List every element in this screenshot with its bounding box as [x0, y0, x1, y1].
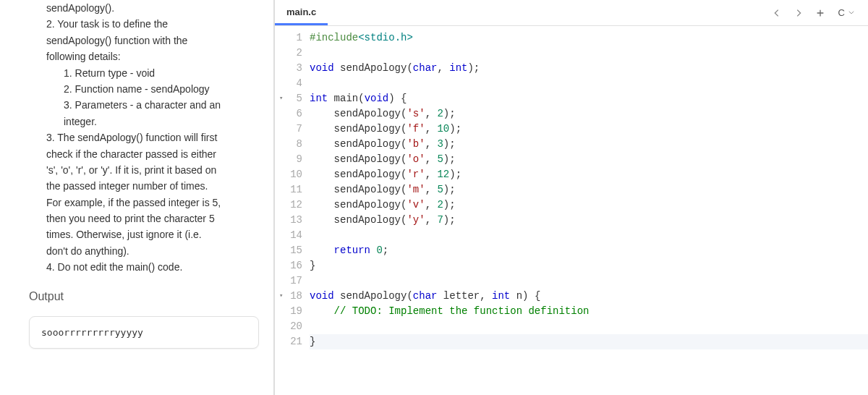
- gutter-line: 6: [275, 106, 302, 122]
- gutter-line: 3: [275, 61, 302, 76]
- code-line[interactable]: sendApology('o', 5);: [310, 152, 868, 167]
- instruction-line: 3. The sendApology() function will first: [29, 129, 259, 145]
- gutter-line: 16: [275, 258, 302, 273]
- app-root: sendApology().2. Your task is to define …: [0, 0, 868, 395]
- fold-icon[interactable]: ▾: [279, 94, 283, 104]
- gutter-line: 4: [275, 76, 302, 91]
- instruction-line: 3. Parameters - a character and an: [29, 97, 259, 113]
- code-line[interactable]: return 0;: [310, 243, 868, 258]
- code-line[interactable]: [310, 319, 868, 334]
- code-line[interactable]: int main(void) {: [310, 91, 868, 106]
- code-line[interactable]: #include<stdio.h>: [310, 30, 868, 46]
- code-line[interactable]: sendApology('s', 2);: [310, 106, 868, 122]
- gutter-line: 8: [275, 137, 302, 152]
- instruction-line: sendApology() function with the: [29, 33, 259, 48]
- language-label: C: [838, 7, 845, 18]
- add-file-button[interactable]: [809, 2, 831, 24]
- code-line[interactable]: // TODO: Implement the function definiti…: [310, 304, 868, 319]
- output-text: sooorrrrrrrrryyyyy: [41, 327, 143, 338]
- fold-icon[interactable]: ▾: [279, 292, 283, 302]
- tab-controls: C: [766, 2, 868, 24]
- instruction-line: integer.: [29, 114, 259, 129]
- gutter-line: 13: [275, 213, 302, 228]
- gutter-line: 15: [275, 243, 302, 258]
- code-line[interactable]: [310, 46, 868, 61]
- code-line[interactable]: void sendApology(char, int);: [310, 61, 868, 76]
- code-line[interactable]: sendApology('r', 12);: [310, 167, 868, 182]
- code-line[interactable]: sendApology('v', 2);: [310, 198, 868, 213]
- instruction-line: sendApology().: [29, 0, 259, 16]
- line-gutter: 1234▾567891011121314151617▾18192021: [275, 30, 310, 395]
- gutter-line: 12: [275, 198, 302, 213]
- instruction-line: the passed integer number of times.: [29, 178, 259, 194]
- output-box: sooorrrrrrrrryyyyy: [29, 316, 259, 349]
- gutter-line: 10: [275, 167, 302, 182]
- gutter-line: 17: [275, 273, 302, 289]
- instruction-line: then you need to print the character 5: [29, 211, 259, 226]
- instruction-line: check if the character passed is either: [29, 146, 259, 162]
- instruction-line: 4. Do not edit the main() code.: [29, 259, 259, 275]
- language-select[interactable]: C: [831, 4, 862, 21]
- gutter-line: 7: [275, 122, 302, 137]
- code-line[interactable]: sendApology('b', 3);: [310, 137, 868, 152]
- gutter-line: 2: [275, 46, 302, 61]
- code-content[interactable]: #include<stdio.h>void sendApology(char, …: [310, 30, 868, 395]
- gutter-line: 19: [275, 304, 302, 319]
- prev-button[interactable]: [766, 2, 788, 24]
- gutter-line: 20: [275, 319, 302, 334]
- instructions-text: sendApology().2. Your task is to define …: [29, 0, 259, 276]
- gutter-line: 21: [275, 334, 302, 349]
- code-line[interactable]: sendApology('y', 7);: [310, 213, 868, 228]
- code-line[interactable]: sendApology('f', 10);: [310, 122, 868, 137]
- code-line[interactable]: void sendApology(char letter, int n) {: [310, 289, 868, 304]
- instruction-line: don't do anything).: [29, 243, 259, 259]
- instruction-line: 1. Return type - void: [29, 65, 259, 81]
- instruction-line: times. Otherwise, just ignore it (i.e.: [29, 226, 259, 242]
- instruction-line: 2. Your task is to define the: [29, 16, 259, 32]
- gutter-line: ▾18: [275, 289, 302, 304]
- code-line[interactable]: [310, 76, 868, 91]
- code-line[interactable]: }: [310, 258, 868, 273]
- gutter-line: 1: [275, 30, 302, 46]
- code-line[interactable]: sendApology('m', 5);: [310, 182, 868, 198]
- file-tab[interactable]: main.c: [275, 1, 328, 25]
- gutter-line: 14: [275, 228, 302, 243]
- code-editor[interactable]: 1234▾567891011121314151617▾18192021 #inc…: [275, 26, 868, 395]
- instruction-line: 's', 'o', 'r', or 'y'. If it is, print i…: [29, 162, 259, 178]
- editor-tabs: main.c C: [275, 0, 868, 26]
- code-line[interactable]: [310, 228, 868, 243]
- next-button[interactable]: [788, 2, 809, 24]
- gutter-line: 9: [275, 152, 302, 167]
- instruction-line: following details:: [29, 48, 259, 64]
- gutter-line: ▾5: [275, 91, 302, 106]
- code-line[interactable]: [310, 273, 868, 289]
- editor-panel: main.c C 123: [275, 0, 868, 395]
- chevron-down-icon: [848, 9, 855, 17]
- instructions-panel[interactable]: sendApology().2. Your task is to define …: [0, 0, 275, 395]
- gutter-line: 11: [275, 182, 302, 198]
- instruction-line: For example, if the passed integer is 5,: [29, 195, 259, 211]
- code-line[interactable]: }: [310, 334, 868, 349]
- instruction-line: 2. Function name - sendApology: [29, 81, 259, 97]
- output-heading: Output: [29, 290, 259, 303]
